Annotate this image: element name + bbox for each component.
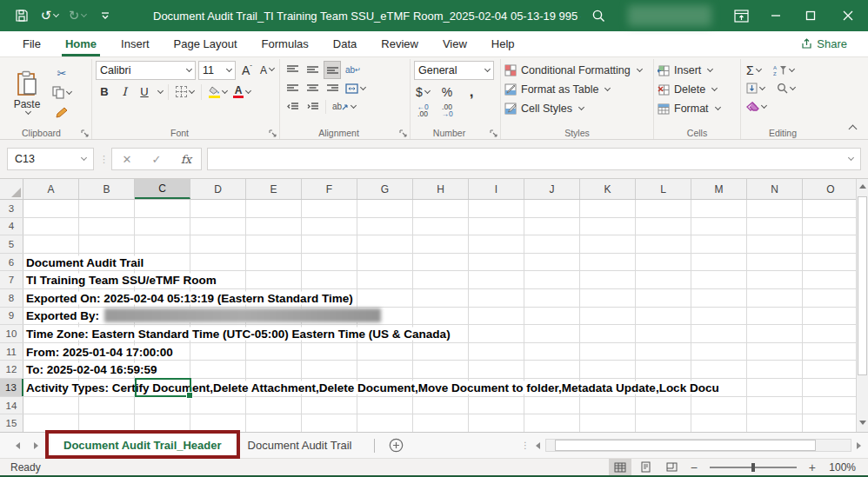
cell-a6-text[interactable]: Document Audit Trail bbox=[26, 255, 146, 268]
decrease-font-size-button[interactable]: A bbox=[258, 62, 276, 80]
format-cells-button[interactable]: Format bbox=[658, 99, 737, 118]
align-center-button[interactable] bbox=[304, 79, 321, 97]
tab-formulas[interactable]: Formulas bbox=[250, 31, 321, 56]
maximize-button[interactable] bbox=[793, 0, 828, 31]
vertical-scroll-thumb[interactable] bbox=[858, 196, 867, 375]
zoom-out-button[interactable]: − bbox=[687, 460, 701, 474]
column-header-b[interactable]: B bbox=[79, 179, 135, 199]
wrap-text-button[interactable]: ab↵ bbox=[344, 61, 363, 79]
orientation-dropdown-icon[interactable] bbox=[351, 102, 357, 108]
active-cell-c13-selection[interactable] bbox=[135, 378, 191, 397]
sort-filter-button[interactable]: AZ bbox=[771, 61, 796, 79]
row-header-15[interactable]: 15 bbox=[0, 414, 23, 432]
number-dialog-launcher-icon[interactable] bbox=[490, 129, 497, 137]
row-header-7[interactable]: 7 bbox=[0, 271, 23, 288]
sort-filter-dropdown-icon[interactable] bbox=[789, 65, 795, 71]
tab-view[interactable]: View bbox=[431, 31, 479, 56]
row-header-4[interactable]: 4 bbox=[0, 218, 23, 235]
column-header-i[interactable]: I bbox=[469, 179, 524, 199]
new-sheet-button[interactable] bbox=[384, 438, 410, 453]
tab-page-layout[interactable]: Page Layout bbox=[162, 31, 250, 56]
find-select-button[interactable] bbox=[775, 79, 797, 97]
fill-button[interactable] bbox=[744, 79, 766, 97]
tab-file[interactable]: File bbox=[10, 31, 53, 56]
formula-bar-resize-handle[interactable]: ⋮ bbox=[99, 157, 106, 161]
row-7-cells[interactable]: TI Training Team SSU/eTMF Room bbox=[23, 271, 856, 288]
clear-button[interactable] bbox=[744, 97, 768, 116]
font-size-combo[interactable]: 11 bbox=[198, 61, 236, 80]
merge-center-button[interactable] bbox=[344, 79, 367, 97]
cell-a9-text[interactable]: Exported By: bbox=[26, 308, 384, 322]
column-header-h[interactable]: H bbox=[413, 179, 469, 199]
row-header-6[interactable]: 6 bbox=[0, 254, 23, 271]
font-dialog-launcher-icon[interactable] bbox=[269, 129, 277, 137]
borders-button[interactable] bbox=[174, 83, 196, 101]
search-icon[interactable] bbox=[581, 0, 616, 31]
align-right-button[interactable] bbox=[324, 79, 341, 97]
bottom-align-button[interactable] bbox=[324, 61, 341, 79]
find-select-dropdown-icon[interactable] bbox=[790, 83, 796, 89]
expand-formula-bar-icon[interactable] bbox=[848, 155, 854, 161]
column-header-f[interactable]: F bbox=[302, 179, 357, 199]
decrease-decimal-button[interactable]: .00→0 bbox=[438, 101, 456, 119]
vertical-scrollbar[interactable] bbox=[856, 179, 868, 432]
currency-dropdown-icon[interactable] bbox=[424, 87, 431, 93]
column-header-n[interactable]: N bbox=[747, 179, 803, 199]
bold-button[interactable]: B bbox=[96, 83, 113, 101]
conditional-formatting-button[interactable]: Conditional Formatting bbox=[504, 61, 650, 80]
row-header-14[interactable]: 14 bbox=[0, 397, 23, 414]
row-header-3[interactable]: 3 bbox=[0, 200, 23, 217]
page-layout-view-button[interactable] bbox=[635, 459, 658, 475]
minimize-button[interactable] bbox=[758, 0, 793, 31]
cell-a12-text[interactable]: To: 2025-02-04 16:59:59 bbox=[26, 363, 160, 376]
delete-cells-button[interactable]: Delete bbox=[658, 80, 737, 99]
scroll-up-icon[interactable] bbox=[859, 184, 866, 189]
comma-style-button[interactable]: , bbox=[463, 83, 480, 101]
cell-a11-text[interactable]: From: 2025-01-04 17:00:00 bbox=[26, 345, 176, 358]
top-align-button[interactable] bbox=[284, 61, 301, 79]
orientation-button[interactable]: ab bbox=[331, 97, 357, 116]
hscroll-left-icon[interactable] bbox=[536, 442, 540, 449]
ribbon-display-options-icon[interactable] bbox=[724, 0, 758, 31]
row-14-cells[interactable] bbox=[23, 397, 856, 414]
row-4-cells[interactable] bbox=[23, 218, 856, 235]
column-header-c[interactable]: C bbox=[135, 179, 190, 199]
column-header-m[interactable]: M bbox=[691, 179, 747, 199]
format-painter-button[interactable] bbox=[50, 103, 73, 121]
next-sheet-icon[interactable] bbox=[34, 442, 38, 449]
row-header-5[interactable]: 5 bbox=[0, 235, 23, 253]
zoom-in-button[interactable]: + bbox=[805, 460, 819, 474]
cut-button[interactable]: ✂ bbox=[50, 64, 73, 83]
cell-styles-button[interactable]: Cell Styles bbox=[504, 99, 650, 118]
name-box-dropdown-icon[interactable] bbox=[81, 155, 87, 161]
close-button[interactable] bbox=[828, 0, 868, 31]
formula-input[interactable] bbox=[207, 148, 861, 170]
copy-dropdown-icon[interactable] bbox=[66, 88, 72, 94]
clear-dropdown-icon[interactable] bbox=[761, 102, 767, 108]
prev-sheet-icon[interactable] bbox=[16, 442, 20, 449]
insert-function-icon[interactable]: fx bbox=[171, 149, 201, 169]
decrease-indent-button[interactable] bbox=[284, 97, 301, 116]
sheet-tab-document-audit-trail[interactable]: Document Audit Trail bbox=[235, 433, 365, 459]
insert-cells-button[interactable]: Insert bbox=[658, 61, 737, 80]
clipboard-dialog-launcher-icon[interactable] bbox=[81, 129, 89, 137]
customize-qat-icon[interactable] bbox=[92, 3, 118, 29]
save-icon[interactable] bbox=[9, 3, 35, 29]
row-header-10[interactable]: 10 bbox=[0, 325, 23, 342]
zoom-level[interactable]: 100% bbox=[823, 461, 856, 474]
cell-a13-text[interactable]: Activity Types: Certify Document,Delete … bbox=[26, 381, 722, 394]
merge-center-dropdown-icon[interactable] bbox=[360, 83, 366, 89]
horizontal-scrollbar[interactable] bbox=[545, 439, 851, 452]
underline-dropdown-icon[interactable] bbox=[157, 87, 164, 93]
row-header-12[interactable]: 12 bbox=[0, 361, 23, 378]
borders-dropdown-icon[interactable] bbox=[189, 87, 195, 93]
row-15-cells[interactable] bbox=[23, 414, 856, 432]
row-12-cells[interactable]: To: 2025-02-04 16:59:59 bbox=[23, 361, 856, 378]
row-3-cells[interactable] bbox=[23, 200, 856, 217]
row-6-cells[interactable]: Document Audit Trail bbox=[23, 254, 856, 271]
select-all-button[interactable] bbox=[0, 179, 23, 199]
tab-splitter-handle[interactable]: ⋮ bbox=[521, 441, 531, 450]
cell-a8-text[interactable]: Exported On: 2025-02-04 05:13:19 (Easter… bbox=[26, 291, 356, 304]
font-color-dropdown-icon[interactable] bbox=[245, 87, 251, 93]
zoom-slider[interactable] bbox=[710, 467, 797, 468]
